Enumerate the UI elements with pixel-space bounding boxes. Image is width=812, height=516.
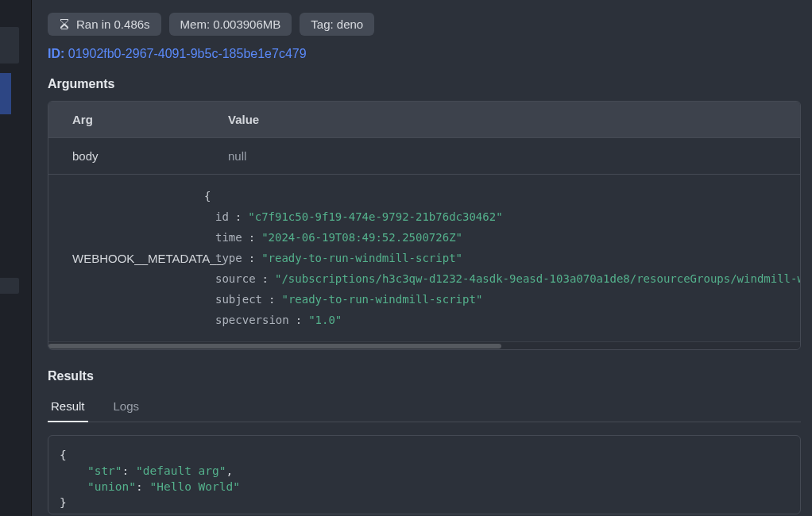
sidebar-tab-active[interactable] <box>0 73 11 114</box>
runtime-text: Ran in 0.486s <box>76 17 150 31</box>
memory-text: Mem: 0.003906MB <box>180 17 281 31</box>
id-value: 01902fb0-2967-4091-9b5c-185be1e7c479 <box>68 47 307 60</box>
horizontal-scrollbar[interactable] <box>48 341 800 349</box>
tab-logs[interactable]: Logs <box>110 393 143 422</box>
arguments-title: Arguments <box>48 77 812 91</box>
args-header: Arg Value <box>48 102 800 137</box>
result-json: { "str": "default arg", "union": "Hello … <box>48 435 801 514</box>
results-title: Results <box>48 369 812 383</box>
tag-badge: Tag: deno <box>300 13 374 36</box>
json-object: { id:"c7f91c50-9f19-474e-9792-21b76dc304… <box>204 175 800 341</box>
runtime-badge: Ran in 0.486s <box>48 13 161 36</box>
arg-value: { id:"c7f91c50-9f19-474e-9792-21b76dc304… <box>204 175 800 341</box>
memory-badge: Mem: 0.003906MB <box>169 13 292 36</box>
arg-name: WEBHOOK__METADATA__ <box>48 252 204 265</box>
arguments-table: Arg Value body null WEBHOOK__METADATA__ … <box>48 101 801 350</box>
col-arg-header: Arg <box>72 113 228 126</box>
arg-name: body <box>72 149 228 163</box>
arg-value: null <box>228 149 776 163</box>
sidebar <box>0 0 32 516</box>
main-panel: Ran in 0.486s Mem: 0.003906MB Tag: deno … <box>32 0 812 516</box>
results-tabs: Result Logs <box>48 393 801 422</box>
tab-result[interactable]: Result <box>48 393 88 422</box>
scrollbar-thumb[interactable] <box>48 344 501 348</box>
col-value-header: Value <box>228 113 776 126</box>
sidebar-notch <box>0 27 19 64</box>
run-id[interactable]: ID: 01902fb0-2967-4091-9b5c-185be1e7c479 <box>48 47 812 61</box>
status-badges: Ran in 0.486s Mem: 0.003906MB Tag: deno <box>48 13 812 36</box>
id-label: ID: <box>48 47 64 60</box>
hourglass-icon <box>59 18 70 31</box>
table-row: WEBHOOK__METADATA__ { id:"c7f91c50-9f19-… <box>48 174 800 341</box>
table-row: body null <box>48 137 800 174</box>
sidebar-notch-2 <box>0 278 19 294</box>
tag-text: Tag: deno <box>311 17 363 31</box>
